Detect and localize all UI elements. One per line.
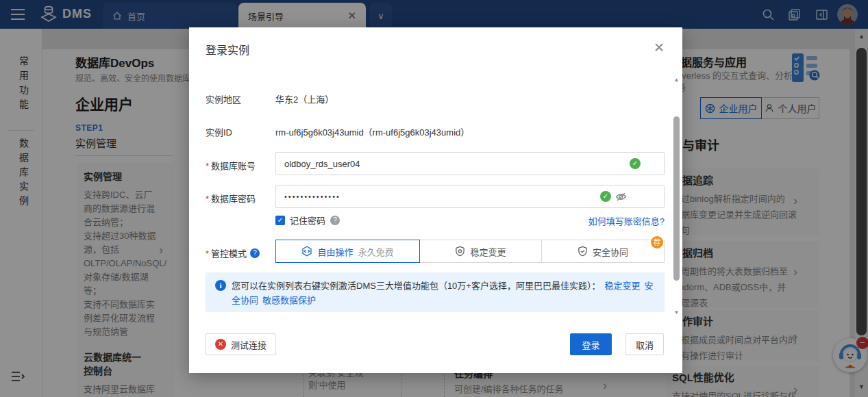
mode-label: 稳定变更 <box>470 245 506 258</box>
account-input-value: oldboy_rds_user04 <box>284 159 630 169</box>
error-icon: ✕ <box>215 339 226 350</box>
modal-scrollbar[interactable]: ▲ ▼ <box>671 77 682 318</box>
account-label: *数据库账号 <box>206 159 256 172</box>
test-connection-button[interactable]: ✕ 测试连接 <box>206 333 276 355</box>
password-input[interactable]: •••••••••••••• ✓ <box>275 185 665 208</box>
mode-free-operation[interactable]: 自由操作 永久免费 <box>275 240 420 263</box>
info-link-stable-change[interactable]: 稳定变更 <box>604 281 640 291</box>
region-label: 实例地区 <box>206 92 241 105</box>
remember-password-label: 记住密码 <box>290 214 325 227</box>
instance-id-value: rm-uf6j5g6k03j43umid（rm-uf6j5g6k03j43umi… <box>275 125 469 138</box>
account-input[interactable]: oldboy_rds_user04 ✓ <box>275 152 665 175</box>
cancel-label: 取消 <box>636 338 654 351</box>
scroll-up-icon[interactable]: ▲ <box>671 77 682 83</box>
valid-check-icon: ✓ <box>600 191 611 202</box>
stable-change-icon <box>455 246 465 257</box>
modal-scrollbar-thumb[interactable] <box>673 116 680 281</box>
screen: DMS 首页 场景引导 ✕ ∨ <box>0 0 868 397</box>
modal-close-icon[interactable]: ✕ <box>654 40 665 55</box>
recommend-badge: 荐 <box>651 236 663 248</box>
mode-stable-change[interactable]: 稳定变更 <box>419 240 542 263</box>
password-label: *数据库密码 <box>206 192 256 205</box>
required-asterisk: * <box>206 194 209 204</box>
password-input-value: •••••••••••••• <box>284 192 600 201</box>
control-mode-label: *管控模式 ? <box>206 246 260 259</box>
remember-password-row: ✓ 记住密码 ? <box>275 214 340 227</box>
login-label: 登录 <box>582 338 599 351</box>
modal-title: 登录实例 <box>206 41 249 57</box>
test-connection-label: 测试连接 <box>231 338 266 351</box>
mode-secure-collaboration[interactable]: 安全协同 <box>541 240 665 263</box>
required-asterisk: * <box>206 248 209 259</box>
required-asterisk: * <box>206 161 209 171</box>
info-alert: i 您可以在实例列表右键实例激活DMS三大增值功能包（10万+客户选择，阿里巴巴… <box>206 272 665 312</box>
mode-label: 自由操作 <box>317 245 353 258</box>
eye-off-icon[interactable] <box>615 191 627 203</box>
login-button[interactable]: 登录 <box>570 333 612 355</box>
help-icon[interactable]: ? <box>330 216 340 225</box>
instance-id-label: 实例ID <box>206 125 232 138</box>
cancel-button[interactable]: 取消 <box>625 333 664 355</box>
mode-label: 安全协同 <box>593 245 628 258</box>
scroll-down-icon[interactable]: ▼ <box>671 309 682 316</box>
free-operation-icon <box>301 246 312 257</box>
mode-free-tag: 永久免费 <box>358 245 394 258</box>
account-help-link[interactable]: 如何填写账密信息? <box>588 214 665 227</box>
info-link-sensitive-data[interactable]: 敏感数据保护 <box>262 295 316 305</box>
valid-check-icon: ✓ <box>630 158 641 169</box>
region-value: 华东2（上海） <box>275 92 334 105</box>
control-mode-segmented: 自由操作 永久免费 稳定变更 安全协同 <box>275 240 665 263</box>
login-instance-modal: 登录实例 ✕ 实例地区 华东2（上海） 实例ID rm-uf6j5g6k03j4… <box>189 27 682 373</box>
info-icon: i <box>215 280 226 291</box>
info-text: 您可以在实例列表右键实例激活DMS三大增值功能包（10万+客户选择，阿里巴巴最佳… <box>232 281 600 291</box>
secure-collaboration-icon <box>578 246 588 257</box>
remember-password-checkbox[interactable]: ✓ <box>275 216 285 225</box>
help-icon[interactable]: ? <box>250 248 260 258</box>
